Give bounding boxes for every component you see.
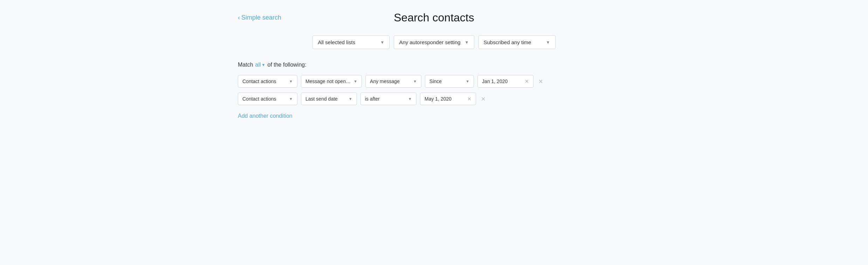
match-all-caret: ▼ <box>262 63 266 67</box>
condition-2-field1-label: Contact actions <box>242 96 276 102</box>
match-all-label: all <box>255 62 261 68</box>
condition-2-field3-label: is after <box>365 96 380 102</box>
autoresponder-dropdown[interactable]: Any autoresponder setting ▼ <box>394 35 474 49</box>
condition-2-field2-caret: ▼ <box>349 97 352 101</box>
lists-dropdown-caret: ▼ <box>380 40 385 45</box>
page-container: ‹ Simple search Search contacts All sele… <box>224 0 644 137</box>
condition-1-date-clear-icon[interactable]: ✕ <box>525 79 529 84</box>
lists-dropdown-label: All selected lists <box>318 39 355 45</box>
condition-2-date-value: May 1, 2020 <box>425 96 452 102</box>
condition-2-field1[interactable]: Contact actions ▼ <box>238 93 297 105</box>
condition-1-field1-caret: ▼ <box>289 79 293 83</box>
condition-1-field3-caret: ▼ <box>413 79 417 83</box>
match-section: Match all ▼ of the following: Contact ac… <box>238 62 630 119</box>
subscribed-dropdown-label: Subscribed any time <box>484 39 531 45</box>
condition-2-field3-caret: ▼ <box>408 97 412 101</box>
add-condition-link[interactable]: Add another condition <box>238 113 292 119</box>
condition-1-date[interactable]: Jan 1, 2020 ✕ <box>477 75 533 88</box>
autoresponder-dropdown-caret: ▼ <box>465 40 469 45</box>
condition-2-field2[interactable]: Last send date ▼ <box>301 93 357 105</box>
condition-1-field4-caret: ▼ <box>466 79 469 83</box>
condition-1-field2-caret: ▼ <box>353 79 357 83</box>
top-bar: ‹ Simple search Search contacts <box>238 11 630 24</box>
condition-row: Contact actions ▼ Last send date ▼ is af… <box>238 93 630 105</box>
condition-1-field2[interactable]: Message not open… ▼ <box>301 75 362 88</box>
condition-1-date-value: Jan 1, 2020 <box>482 79 508 84</box>
simple-search-link[interactable]: ‹ Simple search <box>238 14 281 21</box>
condition-1-field3[interactable]: Any message ▼ <box>365 75 421 88</box>
condition-1-field2-label: Message not open… <box>305 79 351 84</box>
condition-2-remove-button[interactable]: ✕ <box>480 94 487 104</box>
condition-1-field4-label: Since <box>429 79 442 84</box>
subscribed-dropdown-caret: ▼ <box>546 40 550 45</box>
lists-dropdown[interactable]: All selected lists ▼ <box>312 35 390 49</box>
match-suffix: of the following: <box>267 62 306 68</box>
match-prefix: Match <box>238 62 253 68</box>
condition-1-field1-label: Contact actions <box>242 79 276 84</box>
condition-2-field2-label: Last send date <box>305 96 338 102</box>
condition-1-field3-label: Any message <box>370 79 400 84</box>
simple-search-label: Simple search <box>241 14 281 21</box>
condition-2-field3[interactable]: is after ▼ <box>360 93 416 105</box>
subscribed-dropdown[interactable]: Subscribed any time ▼ <box>478 35 556 49</box>
condition-1-field4[interactable]: Since ▼ <box>425 75 474 88</box>
condition-1-remove-button[interactable]: ✕ <box>537 77 544 86</box>
filter-row: All selected lists ▼ Any autoresponder s… <box>238 35 630 49</box>
condition-2-date[interactable]: May 1, 2020 ✕ <box>420 93 476 105</box>
condition-1-field1[interactable]: Contact actions ▼ <box>238 75 297 88</box>
condition-2-date-clear-icon[interactable]: ✕ <box>467 96 471 102</box>
match-all-dropdown[interactable]: all ▼ <box>255 62 266 68</box>
page-title: Search contacts <box>394 11 474 24</box>
condition-2-field1-caret: ▼ <box>289 97 293 101</box>
autoresponder-dropdown-label: Any autoresponder setting <box>399 39 460 45</box>
condition-row: Contact actions ▼ Message not open… ▼ An… <box>238 75 630 88</box>
match-label: Match all ▼ of the following: <box>238 62 630 68</box>
chevron-left-icon: ‹ <box>238 14 240 21</box>
